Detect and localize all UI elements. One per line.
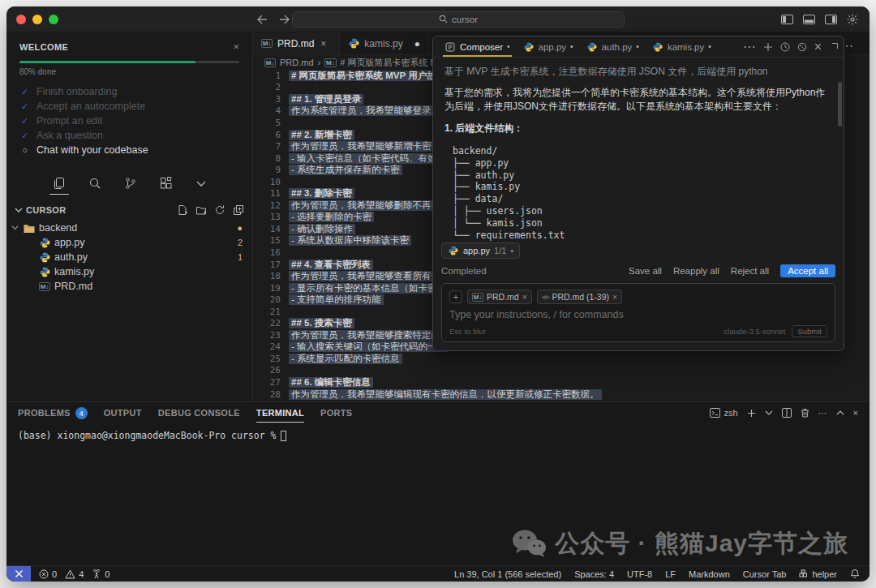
unsaved-dot-icon: ● [414,38,420,49]
ports-status[interactable]: 0 [92,569,110,579]
onboarding-checklist-item[interactable]: ✓ ○ Finish onboarding [19,84,239,99]
composer-input-box[interactable]: + M↓ </> PRD.md × M↓ [441,283,835,342]
onboarding-checklist-item[interactable]: ✓ ○ Ask a question [19,128,239,143]
zoom-window-button[interactable] [49,15,58,24]
toggle-secondary-sidebar-icon[interactable] [825,15,837,24]
statusbar-item[interactable]: LF [665,569,676,579]
welcome-panel-title: WELCOME [19,42,68,52]
statusbar-item[interactable]: Markdown [689,569,730,579]
breadcrumb-file[interactable]: PRD.md [280,58,314,67]
editor-tab[interactable]: M↓ PRD.md × [253,32,340,54]
context-chip[interactable]: M↓ </> PRD.md (1-39) × [537,290,622,304]
composer-tab[interactable]: kamis.py • [646,36,718,57]
explorer-tree-item[interactable]: M↓ PRD.md [6,279,252,294]
composer-input-placeholder[interactable]: Type your instructions, / for commands [449,309,827,320]
submit-button[interactable]: Submit [792,325,827,337]
collapse-all-icon[interactable] [233,204,244,216]
terminal-prompt[interactable]: (base) xiongmao@xiongmaodeMacBook-Pro cu… [18,430,870,441]
remove-context-icon[interactable]: × [522,292,527,302]
extensions-view-icon[interactable] [160,177,173,195]
statusbar-item[interactable]: UTF-8 [627,569,652,579]
explorer-tree-item[interactable]: M↓ app.py 2 [6,235,252,250]
nav-forward-button[interactable] [279,15,290,24]
welcome-close-icon[interactable]: × [233,41,239,53]
add-context-button[interactable]: + [449,290,462,303]
editor-tab[interactable]: M↓ kamis.py ● [340,32,429,54]
remove-context-icon[interactable]: × [612,292,617,302]
onboarding-checklist-item[interactable]: ✓ ○ Accept an autocomplete [19,99,239,114]
minimize-window-button[interactable] [32,15,42,24]
line-text: - 确认删除操作 [289,224,355,234]
edited-file-chip[interactable]: app.py 1/1 • [441,242,520,259]
composer-settings-icon[interactable] [797,42,807,52]
new-folder-icon[interactable] [195,204,207,216]
panel-tab[interactable]: PROBLEMS 4 [18,402,88,423]
line-number: 28 [253,389,281,400]
panel-tab[interactable]: DEBUG CONSOLE [158,402,240,423]
remote-indicator[interactable] [6,566,31,582]
tree-item-label: backend [39,222,77,234]
context-chip[interactable]: M↓ </> PRD.md × [467,290,532,304]
composer-new-icon[interactable] [763,42,773,52]
model-selector[interactable]: claude-3.5-sonnet [724,327,785,336]
composer-close-icon[interactable]: × [814,40,822,54]
statusbar-item[interactable]: Ln 39, Col 1 (566 selected) [454,569,561,579]
warning-icon [65,569,75,579]
code-line: 25 - 系统显示匹配的卡密信息 [253,353,870,365]
composer-tab[interactable]: Composer • [438,36,517,57]
command-center-search[interactable]: cursor [292,11,625,28]
search-view-icon[interactable] [88,177,101,195]
statusbar-item[interactable]: Cursor Tab [743,569,787,579]
esc-hint: Esc to blur [449,327,486,336]
onboarding-checklist-item[interactable]: ✓ ○ Chat with your codebase [19,143,239,157]
toggle-panel-icon[interactable] [803,15,815,24]
composer-more-icon[interactable]: ⋯ [743,39,756,54]
reapply-all-button[interactable]: Reapply all [673,266,719,276]
save-all-button[interactable]: Save all [629,266,662,276]
explorer-tree-item[interactable]: M↓ auth.py 1 [6,250,252,264]
new-terminal-icon[interactable] [747,409,756,418]
panel-tab[interactable]: PORTS [320,402,352,423]
explorer-tree-item[interactable]: M↓ backend ● [6,221,252,235]
line-number: 12 [253,200,281,211]
line-number: 11 [253,188,281,199]
shell-selector[interactable]: zsh [710,408,737,418]
toggle-sidebar-icon[interactable] [781,15,793,24]
source-control-icon[interactable] [124,177,137,195]
panel-more-icon[interactable]: ⋯ [818,408,827,418]
panel-tab[interactable]: TERMINAL [256,402,304,423]
accept-all-button[interactable]: Accept all [780,264,835,277]
maximize-panel-chevron-icon[interactable] [836,409,844,417]
line-text: ## 4. 查看卡密列表 [289,260,373,270]
settings-gear-icon[interactable] [847,14,858,25]
close-panel-icon[interactable]: × [853,408,858,418]
nav-back-button[interactable] [256,15,268,24]
explorer-view-icon[interactable] [53,177,66,195]
more-views-chevron-icon[interactable] [195,178,207,194]
kill-terminal-trash-icon[interactable] [801,408,809,418]
panel-tab[interactable]: OUTPUT [104,402,142,423]
extension-status[interactable]: helper [799,569,837,579]
reject-all-button[interactable]: Reject all [731,266,769,276]
close-tab-icon[interactable]: × [320,38,326,49]
problems-count-badge: 4 [75,407,88,419]
refresh-icon[interactable] [214,204,225,216]
onboarding-progress-bar [19,61,239,63]
statusbar-item[interactable]: Spaces: 4 [574,569,614,579]
notifications-bell-icon[interactable] [850,569,860,579]
onboarding-checklist-item[interactable]: ✓ ○ Prompt an edit [19,114,239,128]
problems-status[interactable]: 0 4 [39,569,84,579]
composer-tab[interactable]: auth.py • [580,36,646,57]
composer-scrollbar[interactable] [838,82,842,127]
composer-expand-icon[interactable] [829,42,839,52]
composer-tab[interactable]: app.py • [517,36,580,57]
explorer-section-header[interactable]: CURSOR [6,201,252,219]
new-file-icon[interactable] [177,204,188,216]
folder-icon [24,222,35,234]
split-terminal-icon[interactable] [782,408,792,418]
line-number: 20 [253,294,281,305]
explorer-tree-item[interactable]: M↓ kamis.py [6,264,252,279]
composer-history-icon[interactable] [780,42,790,52]
terminal-dropdown-chevron-icon[interactable] [765,409,773,417]
close-window-button[interactable] [16,15,26,24]
